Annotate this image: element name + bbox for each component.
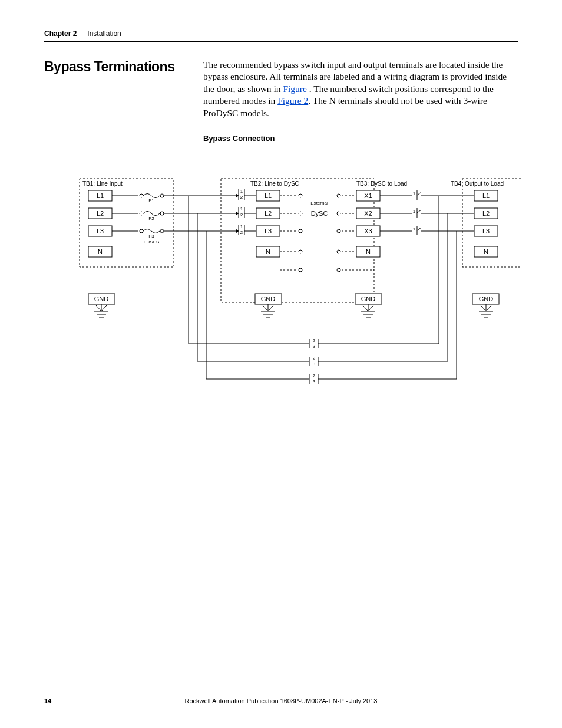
svg-point-20 xyxy=(140,229,143,233)
page-footer: 14 Rockwell Automation Publication 1608P… xyxy=(44,697,518,704)
svg-text:L2: L2 xyxy=(97,210,104,217)
svg-text:GND: GND xyxy=(361,295,376,302)
svg-text:L2: L2 xyxy=(482,210,490,217)
svg-text:2: 2 xyxy=(313,338,316,343)
svg-text:2: 2 xyxy=(313,373,316,378)
svg-text:N: N xyxy=(98,248,103,255)
section-heading: Bypass Terminations xyxy=(44,59,180,75)
svg-text:External: External xyxy=(310,200,328,206)
tb3-label: TB3: DySC to Load xyxy=(356,180,407,187)
svg-text:L1: L1 xyxy=(97,192,104,199)
svg-text:L3: L3 xyxy=(265,228,272,235)
svg-rect-1 xyxy=(221,179,374,302)
figure-link-2[interactable]: Figure 2 xyxy=(277,95,308,106)
chapter-label: Chapter 2 xyxy=(44,29,77,38)
svg-marker-120 xyxy=(236,229,239,233)
svg-text:F1: F1 xyxy=(148,198,154,203)
svg-point-17 xyxy=(160,212,164,215)
tb3-terminals: X1 X2 X3 N xyxy=(356,190,380,257)
tb2-terminals: L1 L2 L3 N xyxy=(256,190,280,257)
svg-text:GND: GND xyxy=(261,295,276,302)
svg-point-49 xyxy=(299,212,302,215)
svg-point-13 xyxy=(160,194,164,197)
svg-point-16 xyxy=(140,212,143,215)
fuses: F1 F2 F3 FUSES xyxy=(112,194,164,245)
svg-text:GND: GND xyxy=(479,295,494,302)
svg-point-57 xyxy=(299,250,302,253)
svg-point-12 xyxy=(140,194,143,197)
svg-text:L3: L3 xyxy=(97,228,104,235)
svg-marker-116 xyxy=(236,193,239,198)
svg-point-62 xyxy=(337,268,340,272)
svg-point-50 xyxy=(337,212,340,215)
svg-text:1: 1 xyxy=(240,206,243,212)
figure-link-1[interactable]: Figure xyxy=(283,84,309,94)
gnd-blocks: GND GND GND GND xyxy=(88,294,499,317)
svg-point-45 xyxy=(299,194,302,197)
svg-text:X2: X2 xyxy=(364,210,372,217)
svg-text:2: 2 xyxy=(313,355,316,361)
svg-text:2: 2 xyxy=(240,195,243,200)
tb1-terminals: L1 L2 L3 N xyxy=(88,190,112,257)
svg-text:2: 2 xyxy=(240,212,243,218)
tb4-label: TB4: Output to Load xyxy=(451,180,504,187)
svg-text:FUSES: FUSES xyxy=(144,239,160,245)
svg-text:L1: L1 xyxy=(482,192,490,199)
svg-text:1: 1 xyxy=(413,209,416,214)
svg-text:GND: GND xyxy=(94,295,109,302)
sw1-right: 1 1 1 xyxy=(413,190,421,235)
svg-text:L2: L2 xyxy=(265,210,272,217)
publication-id: Rockwell Automation Publication 1608P-UM… xyxy=(44,697,518,704)
bypass-switches: 23 23 23 xyxy=(189,338,457,384)
svg-text:N: N xyxy=(484,248,488,255)
tb2-label: TB2: Line to DySC xyxy=(250,180,299,187)
body-paragraph: The recommended bypass switch input and … xyxy=(203,59,518,143)
svg-text:X3: X3 xyxy=(364,228,372,235)
svg-text:N: N xyxy=(266,248,270,255)
svg-line-76 xyxy=(417,192,421,195)
tb4-terminals: L1 L2 L3 N xyxy=(474,190,498,257)
svg-text:1: 1 xyxy=(413,226,416,232)
svg-point-58 xyxy=(337,250,340,253)
wiring-diagram: TB1: Line Input TB2: Line to DySC TB3: D… xyxy=(62,173,518,420)
svg-text:X1: X1 xyxy=(364,192,372,199)
svg-point-46 xyxy=(337,194,340,197)
svg-line-79 xyxy=(417,210,421,213)
svg-text:L1: L1 xyxy=(265,192,272,199)
svg-point-61 xyxy=(299,268,302,272)
sw12-left: 12 12 12 xyxy=(239,189,244,235)
svg-marker-118 xyxy=(236,211,239,216)
chapter-title: Installation xyxy=(87,29,121,38)
svg-text:1: 1 xyxy=(240,189,243,194)
page-header: Chapter 2Installation xyxy=(44,29,518,42)
svg-text:3: 3 xyxy=(313,361,316,367)
figure-caption: Bypass Connection xyxy=(203,133,518,143)
svg-text:1: 1 xyxy=(240,224,243,229)
svg-line-82 xyxy=(417,228,421,230)
svg-text:2: 2 xyxy=(240,230,243,235)
svg-text:DySC: DySC xyxy=(311,210,328,217)
svg-text:F3: F3 xyxy=(148,233,154,239)
svg-point-54 xyxy=(337,229,340,233)
svg-text:N: N xyxy=(366,248,371,255)
svg-text:1: 1 xyxy=(413,191,416,196)
svg-text:3: 3 xyxy=(313,379,316,384)
svg-point-53 xyxy=(299,229,302,233)
tb1-label: TB1: Line Input xyxy=(82,180,123,187)
svg-text:F2: F2 xyxy=(148,216,154,221)
svg-text:L3: L3 xyxy=(482,228,490,235)
page-number: 14 xyxy=(44,697,51,704)
svg-text:3: 3 xyxy=(313,344,316,349)
svg-point-21 xyxy=(160,229,164,233)
